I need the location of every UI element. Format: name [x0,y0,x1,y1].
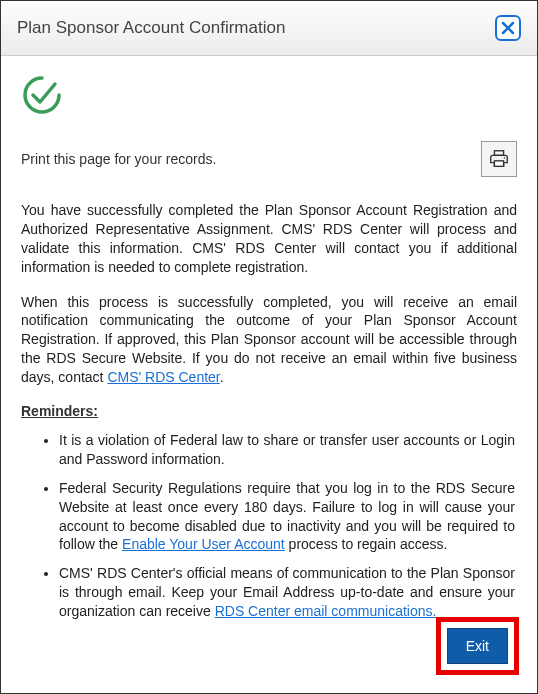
paragraph-2-text-b: . [220,369,224,385]
reminder-2-text-b: process to regain access. [285,536,448,552]
reminder-1-text: It is a violation of Federal law to shar… [59,432,515,467]
close-icon [501,21,515,35]
success-checkmark-icon [21,74,517,119]
list-item: Federal Security Regulations require tha… [59,479,517,555]
list-item: It is a violation of Federal law to shar… [59,431,517,469]
reminders-list: It is a violation of Federal law to shar… [21,431,517,621]
confirmation-paragraph-2: When this process is successfully comple… [21,293,517,387]
enable-account-link[interactable]: Enable Your User Account [122,536,285,552]
dialog-footer: Exit [436,617,519,675]
close-button[interactable] [495,15,521,41]
printer-icon [488,148,510,170]
print-button[interactable] [481,141,517,177]
svg-point-2 [504,157,505,158]
svg-rect-0 [494,151,503,156]
rds-email-link[interactable]: RDS Center email communications. [215,603,437,619]
print-row: Print this page for your records. [21,141,517,177]
reminders-heading: Reminders: [21,403,517,419]
exit-button[interactable]: Exit [447,628,508,664]
svg-rect-1 [494,161,503,167]
dialog-header: Plan Sponsor Account Confirmation [1,1,537,56]
paragraph-2-text-a: When this process is successfully comple… [21,294,517,386]
dialog-title: Plan Sponsor Account Confirmation [17,18,285,38]
print-instruction: Print this page for your records. [21,151,216,167]
rds-center-link[interactable]: CMS' RDS Center [107,369,219,385]
list-item: CMS' RDS Center's official means of comm… [59,564,517,621]
exit-highlight-box: Exit [436,617,519,675]
dialog-content: Print this page for your records. You ha… [1,56,537,655]
confirmation-paragraph-1: You have successfully completed the Plan… [21,201,517,277]
